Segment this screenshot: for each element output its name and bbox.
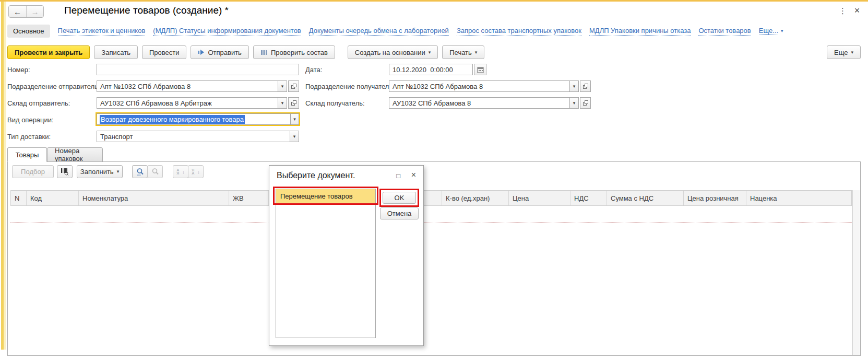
- operation-kind-dropdown-button[interactable]: ▾: [290, 113, 299, 125]
- forward-button[interactable]: →: [26, 6, 43, 17]
- column-header-retail-price[interactable]: Цена розничная: [684, 191, 746, 205]
- receiver-warehouse-label: Склад получатель:: [305, 99, 365, 107]
- window-close-icon[interactable]: ×: [851, 5, 863, 16]
- search-button[interactable]: [132, 165, 148, 178]
- sender-warehouse-label: Склад отправитель:: [7, 99, 70, 107]
- chevron-down-icon: ▾: [117, 169, 120, 174]
- number-label: Номер:: [7, 66, 30, 74]
- barcode-icon: [61, 168, 69, 176]
- sender-division-input[interactable]: Апт №1032 СПб Абрамова 8: [97, 80, 278, 92]
- column-header-vat[interactable]: НДС: [570, 191, 607, 205]
- sender-division-label: Подразделение отправитель:: [7, 83, 100, 90]
- receiver-division-input[interactable]: Апт №1032 СПб Абрамова 8: [389, 80, 570, 92]
- items-table-panel: Подбор Заполнить ▾ АЯ ↓ ЯА ↓ N Код Номен…: [7, 161, 861, 356]
- selected-text: Возврат довезенного маркированного товар…: [100, 115, 245, 124]
- nav-link-mdlp-statuses[interactable]: (МДЛП) Статусы информирования документов: [153, 27, 301, 36]
- modal-frame-top: [0, 0, 868, 2]
- column-header-nomenclature[interactable]: Номенклатура: [79, 191, 229, 205]
- fill-button[interactable]: Заполнить ▾: [77, 165, 123, 178]
- receiver-division-dropdown-button[interactable]: ▾: [569, 80, 579, 92]
- open-form-icon: [291, 100, 297, 106]
- delivery-type-dropdown-button[interactable]: ▾: [290, 131, 299, 142]
- column-header-n[interactable]: N: [11, 191, 27, 205]
- sort-descending-icon: ЯА: [192, 169, 194, 175]
- receiver-warehouse-input[interactable]: АУ1032 СПб Абрамова 8: [389, 97, 570, 109]
- date-input[interactable]: 10.12.2020 0:00:00: [389, 64, 473, 75]
- delivery-type-input[interactable]: Транспорт: [97, 131, 290, 142]
- open-form-icon: [582, 100, 589, 106]
- operation-kind-input[interactable]: Возврат довезенного маркированного товар…: [97, 113, 290, 125]
- tab-goods[interactable]: Товары: [7, 147, 47, 162]
- nav-more-link[interactable]: Еще... ▾: [759, 27, 783, 35]
- date-calendar-button[interactable]: [474, 64, 486, 75]
- write-button[interactable]: Записать: [94, 45, 138, 59]
- empty-row-marker: [10, 223, 852, 223]
- document-type-list: Перемещение товаров: [276, 189, 376, 338]
- chevron-down-icon: ▾: [781, 29, 783, 33]
- nav-link-print-labels[interactable]: Печать этикеток и ценников: [58, 27, 146, 36]
- check-contents-button[interactable]: Проверить состав: [253, 45, 335, 59]
- create-based-on-button[interactable]: Создать на основании ▾: [348, 45, 438, 59]
- ok-button[interactable]: OK: [383, 192, 416, 204]
- operation-kind-field-active: Возврат довезенного маркированного товар…: [96, 112, 300, 126]
- post-and-close-button[interactable]: Провести и закрыть: [7, 45, 90, 59]
- column-header-code[interactable]: Код: [27, 191, 79, 205]
- cancel-button[interactable]: Отмена: [380, 207, 419, 219]
- open-form-icon: [291, 83, 297, 89]
- open-form-icon: [582, 83, 589, 89]
- date-label: Дата:: [305, 66, 322, 74]
- pick-button[interactable]: Подбор: [12, 165, 54, 178]
- column-header-qty[interactable]: К-во (ед.хран): [442, 191, 509, 205]
- nav-link-transport-packages-request[interactable]: Запрос состава транспортных упаковок: [457, 27, 581, 36]
- document-window: ← → Перемещение товаров (создание) * ⋮ ×…: [0, 0, 868, 359]
- sender-warehouse-dropdown-button[interactable]: ▾: [278, 97, 287, 109]
- check-contents-icon: [260, 49, 268, 55]
- chevron-down-icon: ▾: [573, 101, 576, 106]
- nav-link-lab-exchange-queue[interactable]: Документы очередь обмена с лабораторией: [309, 27, 449, 36]
- barcode-scan-button[interactable]: [57, 165, 73, 178]
- forward-icon: →: [31, 7, 39, 16]
- receiver-warehouse-open-button[interactable]: [580, 97, 591, 109]
- sender-division-open-button[interactable]: [288, 80, 299, 92]
- print-button[interactable]: Печать ▾: [442, 45, 484, 59]
- sender-warehouse-input[interactable]: АУ1032 СПб Абрамова 8 Арбитраж: [97, 97, 278, 109]
- send-button[interactable]: Отправить: [191, 45, 248, 59]
- list-item-goods-transfer[interactable]: Перемещение товаров: [276, 189, 375, 203]
- column-header-zhv[interactable]: ЖВ: [229, 191, 269, 205]
- page-title: Перемещение товаров (создание) *: [64, 5, 229, 16]
- sort-descending-button[interactable]: ЯА ↓: [188, 165, 204, 178]
- column-header-sum-vat[interactable]: Сумма с НДС: [607, 191, 684, 205]
- chevron-down-icon: ▾: [281, 101, 284, 106]
- back-button[interactable]: ←: [9, 6, 26, 17]
- chevron-down-icon: ▾: [293, 134, 296, 139]
- window-menu-dots-icon[interactable]: ⋮: [838, 6, 848, 16]
- nav-link-mdlp-refusal-packages[interactable]: МДЛП Упаковки причины отказа: [589, 27, 691, 36]
- number-input[interactable]: [97, 64, 299, 75]
- chevron-down-icon: ▾: [281, 84, 284, 89]
- back-icon: ←: [14, 7, 21, 16]
- table-header-row: N Код Номенклатура ЖВ Х К-во (ед.хран) Ц…: [10, 190, 852, 206]
- post-button[interactable]: Провести: [142, 45, 187, 59]
- tab-package-numbers[interactable]: Номера упаковок: [47, 147, 103, 162]
- nav-link-goods-remainders[interactable]: Остатки товаров: [698, 27, 751, 36]
- command-bar: Провести и закрыть Записать Провести Отп…: [7, 45, 861, 60]
- cancel-search-button[interactable]: [147, 165, 163, 178]
- column-header-price[interactable]: Цена: [509, 191, 570, 205]
- nav-tab-main[interactable]: Основное: [7, 25, 50, 38]
- calendar-icon: [477, 66, 484, 73]
- delivery-type-label: Тип доставки:: [7, 133, 51, 141]
- chevron-down-icon: ▾: [475, 50, 478, 55]
- sort-ascending-button[interactable]: АЯ ↓: [173, 165, 188, 178]
- table-scrollbar[interactable]: [852, 190, 860, 355]
- receiver-warehouse-dropdown-button[interactable]: ▾: [569, 97, 579, 109]
- more-actions-button[interactable]: Еще ▾: [827, 45, 861, 59]
- receiver-division-open-button[interactable]: [580, 80, 591, 92]
- chevron-down-icon: ▾: [429, 50, 431, 55]
- column-header-markup[interactable]: Наценка: [746, 191, 851, 205]
- dialog-maximize-icon[interactable]: □: [396, 172, 400, 180]
- sender-division-dropdown-button[interactable]: ▾: [278, 80, 287, 92]
- dialog-close-icon[interactable]: ×: [411, 170, 416, 180]
- cancel-search-icon: [151, 168, 159, 176]
- operation-kind-label: Вид операции:: [7, 116, 54, 124]
- sender-warehouse-open-button[interactable]: [288, 97, 299, 109]
